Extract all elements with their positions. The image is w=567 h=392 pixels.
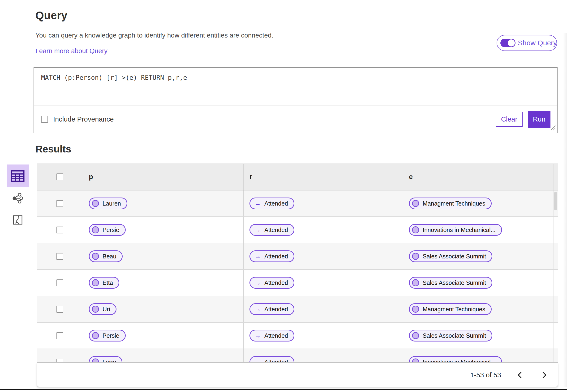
entity-node-icon <box>92 279 99 286</box>
table-row: Beau →Attended Sales Associate Summit <box>37 243 558 270</box>
entity-pill[interactable]: Sales Associate Summit <box>409 250 492 262</box>
graph-network-icon <box>13 193 23 203</box>
page-description: You can query a knowledge graph to ident… <box>35 32 273 39</box>
arrow-right-icon: → <box>254 359 261 363</box>
entity-label: Managment Techniques <box>423 200 485 207</box>
row-checkbox[interactable] <box>57 280 63 286</box>
entity-label: Persie <box>103 332 119 339</box>
entity-node-icon <box>412 200 419 207</box>
entity-pill[interactable]: Persie <box>89 330 126 341</box>
entity-label: Larry <box>103 359 116 363</box>
learn-more-link[interactable]: Learn more about Query <box>35 47 107 55</box>
toggle-knob <box>508 39 515 46</box>
row-checkbox[interactable] <box>57 253 63 260</box>
clear-button[interactable]: Clear <box>496 112 522 127</box>
relation-pill[interactable]: →Attended <box>250 356 294 363</box>
page-title: Query <box>35 9 67 22</box>
entity-label: Innovations in Mechanical... <box>423 226 496 233</box>
relation-pill[interactable]: →Attended <box>250 330 294 341</box>
relation-pill[interactable]: →Attended <box>250 250 294 262</box>
table-row: Lauren →Attended Managment Techniques <box>37 190 558 217</box>
entity-label: Etta <box>103 280 113 286</box>
entity-node-icon <box>92 226 99 233</box>
entity-pill[interactable]: Larry <box>89 356 122 363</box>
relation-pill[interactable]: →Attended <box>250 197 294 209</box>
table-row: Persie →Attended Innovations in Mechanic… <box>37 217 558 243</box>
entity-label: Persie <box>103 226 119 233</box>
window-bottom-edge <box>0 389 567 390</box>
include-provenance-checkbox[interactable] <box>41 116 48 123</box>
relation-label: Attended <box>264 359 288 363</box>
relation-label: Attended <box>264 280 288 286</box>
results-title: Results <box>35 143 71 155</box>
relation-pill[interactable]: →Attended <box>250 277 294 289</box>
column-header-p: p <box>89 173 93 181</box>
entity-label: Sales Associate Summit <box>423 332 486 339</box>
entity-pill[interactable]: Sales Associate Summit <box>409 330 492 341</box>
query-panel-footer: Include Provenance Clear Run <box>34 106 557 133</box>
view-button-graph[interactable] <box>11 192 24 205</box>
view-button-map[interactable] <box>11 213 24 226</box>
select-all-checkbox[interactable] <box>57 173 63 180</box>
relation-pill[interactable]: →Attended <box>250 224 294 236</box>
entity-pill[interactable]: Managment Techniques <box>409 197 492 209</box>
results-table: p r e Lauren →Attended Managment Techniq… <box>37 164 558 363</box>
entity-pill[interactable]: Managment Techniques <box>409 303 492 315</box>
table-icon <box>11 170 25 182</box>
page-scrollbar-shade <box>563 33 567 387</box>
relation-label: Attended <box>264 332 288 339</box>
row-checkbox[interactable] <box>57 332 63 339</box>
toggle-switch-icon[interactable] <box>500 39 516 47</box>
arrow-right-icon: → <box>254 280 261 286</box>
relation-pill[interactable]: →Attended <box>250 303 294 315</box>
entity-pill[interactable]: Sales Associate Summit <box>409 277 492 289</box>
entity-label: Sales Associate Summit <box>423 253 486 260</box>
entity-node-icon <box>92 359 99 363</box>
row-checkbox[interactable] <box>57 359 63 363</box>
pagination-range-label: 1-53 of 53 <box>470 371 501 379</box>
row-checkbox[interactable] <box>57 306 63 313</box>
entity-node-icon <box>412 279 419 286</box>
arrow-right-icon: → <box>254 333 261 339</box>
arrow-right-icon: → <box>254 200 261 207</box>
entity-label: Lauren <box>103 200 121 207</box>
entity-node-icon <box>92 200 99 207</box>
arrow-right-icon: → <box>254 306 261 312</box>
entity-pill[interactable]: Beau <box>89 250 123 262</box>
entity-pill[interactable]: Lauren <box>89 197 127 209</box>
query-editor[interactable]: MATCH (p:Person)-[r]->(e) RETURN p,r,e <box>34 68 557 106</box>
entity-node-icon <box>92 253 99 260</box>
show-query-toggle[interactable]: Show Query <box>497 35 557 51</box>
entity-node-icon <box>412 226 419 233</box>
entity-pill[interactable]: Innovations in Mechanical... <box>409 224 502 236</box>
show-query-label: Show Query <box>518 39 557 47</box>
arrow-right-icon: → <box>254 227 261 233</box>
entity-pill[interactable]: Innovations in Mechanical... <box>409 356 502 363</box>
include-provenance-label: Include Provenance <box>53 115 114 123</box>
entity-label: Sales Associate Summit <box>423 280 486 286</box>
table-row: Larry →Attended Innovations in Mechanica… <box>37 349 558 363</box>
chevron-left-icon[interactable] <box>515 370 525 380</box>
entity-pill[interactable]: Etta <box>89 277 119 289</box>
entity-pill[interactable]: Uri <box>89 303 117 315</box>
entity-label: Uri <box>103 306 110 313</box>
column-header-e: e <box>409 173 413 181</box>
relation-label: Attended <box>264 226 288 233</box>
entity-node-icon <box>412 359 419 363</box>
chevron-right-icon[interactable] <box>539 370 549 380</box>
query-panel: MATCH (p:Person)-[r]->(e) RETURN p,r,e I… <box>33 67 558 133</box>
view-button-table[interactable] <box>7 165 29 187</box>
row-checkbox[interactable] <box>57 200 63 207</box>
column-header-r: r <box>250 173 252 181</box>
resize-grip-icon[interactable] <box>550 125 556 132</box>
entity-node-icon <box>412 306 419 313</box>
relation-label: Attended <box>264 253 288 260</box>
row-checkbox[interactable] <box>57 226 63 233</box>
entity-pill[interactable]: Persie <box>89 224 126 236</box>
entity-label: Innovations in Mechanical... <box>423 359 496 363</box>
run-button[interactable]: Run <box>528 111 551 128</box>
pagination-bar: 1-53 of 53 <box>37 363 558 387</box>
table-row: Persie →Attended Sales Associate Summit <box>37 323 558 349</box>
table-row: Etta →Attended Sales Associate Summit <box>37 270 558 296</box>
table-scrollbar-thumb[interactable] <box>554 192 557 210</box>
